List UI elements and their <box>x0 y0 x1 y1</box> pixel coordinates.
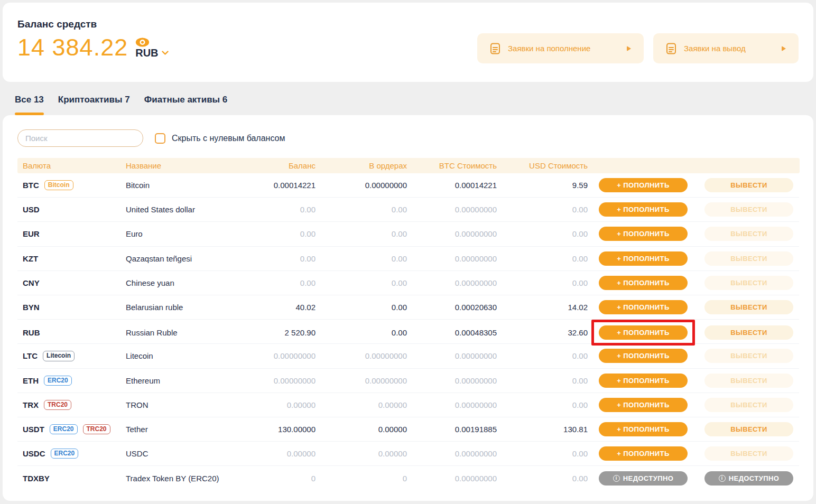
withdraw-requests-button[interactable]: Заявки на вывод <box>653 33 799 63</box>
deposit-button-label: + ПОПОЛНИТЬ <box>617 329 669 337</box>
deposit-button[interactable]: + ПОПОЛНИТЬ <box>599 349 688 363</box>
balance-value: 2 520.90 <box>230 328 316 337</box>
eye-icon[interactable] <box>135 38 150 47</box>
currency-code: USDC <box>23 449 45 458</box>
withdraw-button[interactable]: ВЫВЕСТИ <box>704 422 793 436</box>
tab-all-label: Все 13 <box>15 95 44 105</box>
btc-value: 0.00000000 <box>407 278 497 287</box>
col-usd-value: USD Стоимость <box>497 161 588 170</box>
hide-zero-balance-checkbox[interactable]: Скрыть с нулевым балансом <box>155 133 285 144</box>
balance-value: 0.00000000 <box>230 351 316 360</box>
balance-card: Баланс средств 14 384.22 RUB <box>3 3 813 82</box>
usd-value: 0.00 <box>497 449 588 458</box>
deposit-button[interactable]: + ПОПОЛНИТЬ <box>599 227 688 241</box>
btc-value: 0.00000000 <box>407 400 497 409</box>
withdraw-button-label: ВЫВЕСТИ <box>730 450 767 458</box>
annotation-highlight: + ПОПОЛНИТЬ <box>591 320 695 346</box>
table-header: Валюта Название Баланс В ордерах BTC Сто… <box>17 158 800 173</box>
currency-cell: RUB <box>23 328 126 337</box>
currency-code: ETH <box>23 376 39 385</box>
orders-value: 0.00 <box>316 205 407 214</box>
withdraw-button-label: ВЫВЕСТИ <box>730 303 767 311</box>
deposit-button: iНЕДОСТУПНО <box>599 471 688 486</box>
withdraw-button[interactable]: ВЫВЕСТИ <box>704 178 793 192</box>
table-row: USDUnited States dollar0.000.000.0000000… <box>17 198 799 222</box>
deposit-button[interactable]: + ПОПОЛНИТЬ <box>599 300 688 314</box>
currency-cell: TDXBY <box>23 474 126 483</box>
withdraw-button[interactable]: ВЫВЕСТИ <box>704 300 793 314</box>
currency-name: Tradex Token BY (ERC20) <box>126 474 230 483</box>
deposit-requests-button[interactable]: Заявки на пополнение <box>477 33 644 63</box>
deposit-button-label: + ПОПОЛНИТЬ <box>617 377 669 385</box>
tab-fiat-assets[interactable]: Фиатные активы 6 <box>144 95 228 115</box>
deposit-button-label: + ПОПОЛНИТЬ <box>617 450 669 458</box>
deposit-button-label: + ПОПОЛНИТЬ <box>617 401 669 409</box>
deposit-button[interactable]: + ПОПОЛНИТЬ <box>599 422 688 436</box>
deposit-button-label: + ПОПОЛНИТЬ <box>617 279 669 287</box>
usd-value: 0.00 <box>497 400 588 409</box>
usd-value: 0.00 <box>497 205 588 214</box>
deposit-button-label: + ПОПОЛНИТЬ <box>617 255 669 263</box>
deposit-cell: + ПОПОЛНИТЬ <box>588 300 699 314</box>
btc-value: 0.00014221 <box>407 181 497 190</box>
checkbox-box[interactable] <box>155 133 165 144</box>
currency-cell: EUR <box>23 229 126 238</box>
currency-name: Qazaqstan teñgesi <box>126 254 230 263</box>
table-row: LTCLitecoinLitecoin0.000000000.000000000… <box>17 344 799 368</box>
deposit-button[interactable]: + ПОПОЛНИТЬ <box>599 446 688 461</box>
info-icon: i <box>719 475 726 482</box>
deposit-button[interactable]: + ПОПОЛНИТЬ <box>599 251 688 266</box>
currency-code: BTC <box>23 181 39 190</box>
btc-value: 0.00020630 <box>407 303 497 312</box>
withdraw-cell: ВЫВЕСТИ <box>699 446 799 461</box>
balance-currency: RUB <box>135 48 158 58</box>
deposit-button[interactable]: + ПОПОЛНИТЬ <box>599 276 688 290</box>
currency-cell: CNY <box>23 278 126 287</box>
usd-value: 0.00 <box>497 351 588 360</box>
deposit-cell: + ПОПОЛНИТЬ <box>588 320 699 346</box>
orders-value: 0.00 <box>316 328 407 337</box>
table-row: CNYChinese yuan0.000.000.000000000.00+ П… <box>17 271 799 295</box>
currency-name: Euro <box>126 229 230 238</box>
withdraw-cell: iНЕДОСТУПНО <box>699 471 799 486</box>
btc-value: 0.00000000 <box>407 229 497 238</box>
orders-value: 0.00 <box>316 303 407 312</box>
withdraw-button-label: ВЫВЕСТИ <box>730 255 767 263</box>
balance-value: 40.02 <box>230 303 316 312</box>
balance-value: 0.00000 <box>230 449 316 458</box>
withdraw-cell: ВЫВЕСТИ <box>699 422 799 436</box>
tab-crypto-assets[interactable]: Криптоактивы 7 <box>58 95 130 115</box>
document-icon <box>666 43 676 54</box>
usd-value: 0.00 <box>497 376 588 385</box>
search-input[interactable] <box>17 129 143 147</box>
withdraw-requests-label: Заявки на вывод <box>684 44 746 53</box>
withdraw-button[interactable]: ВЫВЕСТИ <box>704 325 793 340</box>
chevron-down-icon <box>162 51 169 55</box>
balance-amount: 14 384.22 <box>17 35 128 59</box>
withdraw-cell: ВЫВЕСТИ <box>699 178 799 192</box>
currency-name: USDC <box>126 449 230 458</box>
balance-currency-selector[interactable]: RUB <box>135 48 168 58</box>
currency-code: TRX <box>23 400 39 409</box>
deposit-button-label: + ПОПОЛНИТЬ <box>617 181 669 189</box>
deposit-button[interactable]: + ПОПОЛНИТЬ <box>599 374 688 388</box>
deposit-cell: + ПОПОЛНИТЬ <box>588 251 699 266</box>
table-row: TDXBYTradex Token BY (ERC20)000.00000000… <box>17 466 799 490</box>
withdraw-button-label: ВЫВЕСТИ <box>730 206 767 213</box>
deposit-cell: + ПОПОЛНИТЬ <box>588 398 699 412</box>
usd-value: 0.00 <box>497 229 588 238</box>
deposit-button[interactable]: + ПОПОЛНИТЬ <box>599 202 688 217</box>
withdraw-button: ВЫВЕСТИ <box>704 398 793 412</box>
deposit-button[interactable]: + ПОПОЛНИТЬ <box>599 398 688 412</box>
currency-code: USD <box>23 205 40 214</box>
withdraw-button-label: ВЫВЕСТИ <box>730 401 767 409</box>
withdraw-button-label: ВЫВЕСТИ <box>730 352 767 360</box>
deposit-button[interactable]: + ПОПОЛНИТЬ <box>599 178 688 192</box>
tab-all[interactable]: Все 13 <box>15 95 44 115</box>
orders-value: 0.00 <box>316 278 407 287</box>
currency-cell: KZT <box>23 254 126 263</box>
usd-value: 14.02 <box>497 303 588 312</box>
balance-value: 0.00 <box>230 278 316 287</box>
table-row: USDCERC20USDC0.000000.000000.000000000.0… <box>17 442 799 466</box>
deposit-button[interactable]: + ПОПОЛНИТЬ <box>599 325 688 340</box>
